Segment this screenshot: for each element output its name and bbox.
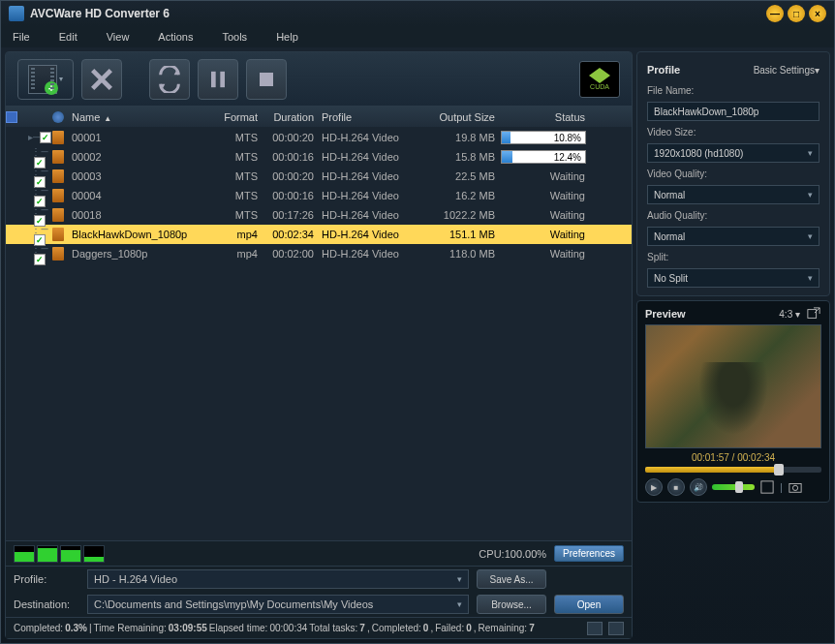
file-format: mp4: [213, 248, 262, 260]
videoquality-combo[interactable]: Normal: [647, 185, 820, 204]
preview-frame: [645, 324, 821, 448]
list-header: Name▲ Format Duration Profile Output Siz…: [6, 107, 632, 128]
aspect-ratio-toggle[interactable]: 4:3 ▾: [779, 309, 800, 320]
play-button[interactable]: ▶: [645, 478, 663, 496]
file-duration: 00:00:16: [262, 151, 318, 163]
file-duration: 00:02:00: [262, 248, 318, 260]
app-title: AVCWare HD Converter 6: [30, 7, 170, 20]
file-row[interactable]: ⋮─✓ Daggers_1080p mp4 00:02:00 HD-H.264 …: [6, 244, 632, 263]
file-row[interactable]: ⋮─✓ 00018 MTS 00:17:26 HD-H.264 Video 10…: [6, 205, 632, 225]
globe-icon: [52, 111, 64, 123]
column-output-size[interactable]: Output Size: [439, 111, 501, 123]
file-size: 16.2 MB: [439, 190, 501, 201]
audioquality-combo[interactable]: Normal: [647, 227, 820, 246]
save-as-button[interactable]: Save As...: [477, 569, 546, 589]
preview-time: 00:01:57 / 00:02:34: [645, 452, 821, 463]
file-row[interactable]: ▸─✓ 00001 MTS 00:00:20 HD-H.264 Video 19…: [6, 128, 632, 147]
column-format[interactable]: Format: [213, 111, 262, 123]
column-duration[interactable]: Duration: [262, 111, 318, 123]
profile-panel-title: Profile: [647, 64, 680, 76]
file-profile: HD-H.264 Video: [318, 190, 439, 201]
status-bar: Completed: 0.3% | Time Remaining: 03:09:…: [6, 617, 632, 638]
file-row[interactable]: ⋮─✓ BlackHawkDown_1080p mp4 00:02:34 HD-…: [6, 225, 632, 244]
fullscreen-icon[interactable]: [759, 480, 775, 494]
svg-rect-3: [808, 310, 817, 319]
file-icon: [52, 131, 64, 144]
close-button[interactable]: ×: [809, 5, 826, 22]
maximize-button[interactable]: □: [788, 5, 805, 22]
destination-label: Destination:: [14, 598, 79, 610]
preferences-button[interactable]: Preferences: [554, 545, 624, 562]
stop-button[interactable]: [246, 59, 287, 100]
open-button[interactable]: Open: [554, 595, 624, 614]
browse-button[interactable]: Browse...: [477, 595, 546, 614]
file-size: 19.8 MB: [439, 132, 501, 143]
progress-bar: 12.4%: [501, 150, 586, 164]
file-profile: HD-H.264 Video: [318, 209, 439, 221]
remove-button[interactable]: [81, 59, 122, 100]
cuda-badge: CUDA: [579, 61, 620, 98]
svg-rect-4: [761, 481, 773, 493]
sort-arrow-icon: ▲: [104, 114, 111, 123]
row-checkbox[interactable]: ✓: [40, 132, 51, 143]
profile-panel: Profile Basic Settings▾ File Name: Black…: [636, 51, 830, 296]
file-size: 15.8 MB: [439, 151, 501, 163]
file-size: 22.5 MB: [439, 170, 501, 182]
split-label: Split:: [647, 252, 820, 262]
file-name: Daggers_1080p: [68, 248, 213, 260]
destination-combo[interactable]: C:\Documents and Settings\myp\My Documen…: [87, 595, 469, 614]
task-settings-icon[interactable]: [587, 622, 603, 635]
status-text: Waiting: [501, 190, 593, 201]
status-text: Waiting: [501, 248, 593, 260]
profile-combo[interactable]: HD - H.264 Video: [87, 569, 469, 589]
menu-edit[interactable]: Edit: [59, 31, 77, 43]
filename-input[interactable]: BlackHawkDown_1080p: [647, 102, 820, 121]
file-row[interactable]: ⋮─✓ 00003 MTS 00:00:20 HD-H.264 Video 22…: [6, 167, 632, 186]
pause-button[interactable]: [198, 59, 238, 100]
progress-bar: 10.8%: [501, 131, 586, 144]
file-format: mp4: [213, 229, 262, 240]
videosize-combo[interactable]: 1920x1080 (hd1080): [647, 143, 820, 163]
menu-actions[interactable]: Actions: [158, 31, 193, 43]
app-icon: [9, 6, 24, 21]
file-name: 00003: [68, 170, 213, 182]
file-duration: 00:00:16: [262, 190, 318, 201]
column-profile[interactable]: Profile: [318, 111, 439, 123]
file-size: 118.0 MB: [439, 248, 501, 260]
status-text: Waiting: [501, 229, 593, 240]
add-file-button[interactable]: +▾: [17, 59, 74, 100]
file-duration: 00:17:26: [262, 209, 318, 221]
file-format: MTS: [213, 151, 262, 163]
menu-tools[interactable]: Tools: [222, 31, 247, 43]
videosize-label: Video Size:: [647, 127, 820, 138]
basic-settings-toggle[interactable]: Basic Settings▾: [754, 65, 820, 76]
file-size: 151.1 MB: [439, 229, 501, 240]
menu-view[interactable]: View: [107, 31, 130, 43]
titlebar: AVCWare HD Converter 6 — □ ×: [1, 1, 834, 26]
minimize-button[interactable]: —: [766, 5, 784, 22]
column-status[interactable]: Status: [501, 111, 593, 123]
row-checkbox[interactable]: ✓: [34, 254, 46, 265]
cpu-graph: [14, 545, 105, 563]
menu-file[interactable]: File: [13, 31, 30, 43]
svg-point-6: [792, 485, 797, 490]
menu-help[interactable]: Help: [276, 31, 298, 43]
file-row[interactable]: ⋮─✓ 00002 MTS 00:00:16 HD-H.264 Video 15…: [6, 147, 632, 167]
volume-slider[interactable]: [712, 484, 755, 490]
popout-icon[interactable]: [806, 307, 821, 321]
convert-button[interactable]: [149, 59, 190, 100]
file-icon: [52, 150, 64, 164]
videoquality-label: Video Quality:: [647, 169, 820, 179]
seek-bar[interactable]: [645, 467, 821, 473]
volume-icon[interactable]: 🔊: [690, 478, 707, 496]
snapshot-icon[interactable]: [788, 480, 803, 494]
file-duration: 00:00:20: [262, 170, 318, 182]
task-list-icon[interactable]: [608, 622, 624, 635]
file-row[interactable]: ⋮─✓ 00004 MTS 00:00:16 HD-H.264 Video 16…: [6, 186, 632, 205]
select-all-checkbox[interactable]: [6, 111, 17, 123]
stop-preview-button[interactable]: ■: [667, 478, 685, 496]
split-combo[interactable]: No Split: [647, 268, 820, 288]
file-format: MTS: [213, 190, 262, 201]
column-name[interactable]: Name▲: [68, 111, 213, 123]
file-icon: [52, 228, 64, 241]
